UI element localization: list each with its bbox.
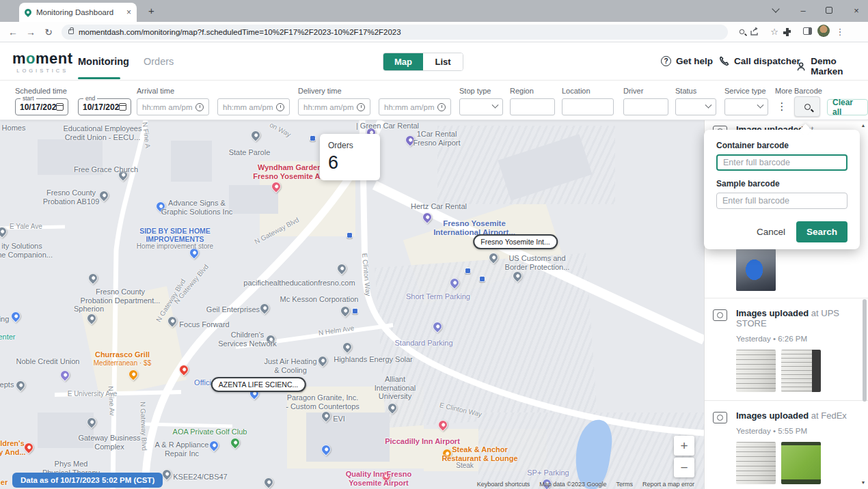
map-canvas[interactable]: HomesEducational Employees Credit Union … bbox=[0, 120, 704, 489]
calendar-icon[interactable] bbox=[56, 103, 64, 111]
tab-search-chevron-icon[interactable] bbox=[765, 1, 786, 19]
tab-close-icon[interactable]: × bbox=[126, 8, 131, 17]
forward-button[interactable]: → bbox=[22, 27, 40, 38]
address-bar[interactable]: momentdash.com/monitoring/map?f.schedule… bbox=[62, 25, 728, 40]
calendar-icon[interactable] bbox=[119, 103, 126, 111]
bus-stop-icon bbox=[352, 308, 358, 314]
container-barcode-input[interactable] bbox=[716, 154, 847, 171]
attribution-link[interactable]: Report a map error bbox=[642, 481, 694, 488]
order-location-tag[interactable]: AZENTA LIFE SCIENC... bbox=[211, 377, 306, 392]
feed-item[interactable]: Images uploaded at FedExYesterday • 5:55… bbox=[705, 400, 868, 489]
get-help-button[interactable]: ? Get help bbox=[661, 56, 713, 66]
driver-input[interactable] bbox=[629, 103, 663, 111]
phone-icon bbox=[719, 56, 729, 66]
arrival-from-field[interactable] bbox=[137, 98, 209, 115]
feed-item[interactable]: Images uploaded at UPS STOREYesterday • … bbox=[705, 298, 868, 400]
uploaded-image-thumbnail-blue-container[interactable] bbox=[736, 249, 776, 291]
clock-icon[interactable] bbox=[195, 103, 204, 111]
location-input[interactable] bbox=[567, 103, 608, 111]
uploaded-image-thumbnail-shipping-label[interactable] bbox=[736, 350, 776, 392]
brand-logo[interactable]: moment LOGISTICS bbox=[12, 50, 73, 74]
close-window-button[interactable]: × bbox=[846, 1, 867, 19]
reload-button[interactable]: ↻ bbox=[40, 27, 57, 38]
uploaded-image-thumbnail-green-box[interactable] bbox=[781, 442, 821, 484]
map-label: Just Air Heating & Cooling bbox=[264, 357, 316, 374]
back-button[interactable]: ← bbox=[4, 27, 22, 38]
call-dispatcher-button[interactable]: Call dispatcher bbox=[719, 56, 800, 66]
delivery-to-input[interactable] bbox=[384, 103, 435, 111]
pin-dot bbox=[233, 441, 237, 445]
map-label: E Yale Ave bbox=[10, 223, 42, 231]
filter-label-delivery-time: Delivery time bbox=[298, 87, 342, 95]
delivery-from-field[interactable] bbox=[298, 98, 370, 115]
search-button[interactable]: Search bbox=[796, 221, 847, 242]
clock-icon[interactable] bbox=[437, 103, 446, 111]
filter-label-arrival-time: Arrival time bbox=[137, 87, 174, 95]
toggle-map-button[interactable]: Map bbox=[383, 53, 423, 70]
barcode-search-button[interactable] bbox=[794, 96, 820, 117]
uploaded-image-thumbnail-shipping-label[interactable] bbox=[736, 442, 776, 484]
side-panel-icon[interactable] bbox=[799, 27, 815, 37]
scrollbar-up-arrow[interactable]: ▲ bbox=[860, 123, 867, 128]
clock-icon[interactable] bbox=[357, 103, 365, 111]
attribution-link[interactable]: Map data ©2023 Google bbox=[539, 481, 606, 488]
maximize-button[interactable] bbox=[819, 1, 839, 19]
status-select[interactable] bbox=[675, 98, 716, 115]
brand-pin-o: o bbox=[26, 50, 36, 67]
scheduled-start-date-field[interactable]: start bbox=[15, 98, 68, 115]
new-tab-button[interactable]: + bbox=[146, 5, 157, 17]
pin-dot bbox=[491, 255, 496, 260]
barcode-search-popup: Container barcode Sample barcode Cancel … bbox=[704, 130, 860, 249]
service-type-select[interactable] bbox=[724, 98, 768, 115]
attribution-link[interactable]: Terms bbox=[616, 481, 633, 488]
region-input[interactable] bbox=[515, 103, 550, 111]
pin-dot bbox=[182, 367, 186, 372]
chevron-down-icon bbox=[705, 102, 712, 109]
arrival-to-input[interactable] bbox=[223, 103, 273, 111]
delivery-from-input[interactable] bbox=[303, 103, 354, 111]
nav-monitoring[interactable]: Monitoring bbox=[78, 56, 129, 67]
browser-tab[interactable]: Monitoring Dashboard × bbox=[19, 3, 137, 22]
feed-action-text: Images uploaded bbox=[736, 410, 809, 421]
orders-count-popup[interactable]: Orders 6 bbox=[320, 134, 380, 180]
map-label: Alliant International University bbox=[375, 375, 416, 401]
stop-type-select[interactable] bbox=[459, 98, 503, 115]
minimize-button[interactable]: – bbox=[793, 1, 813, 19]
feed-item-thumbnails bbox=[736, 249, 857, 291]
zoom-out-icon[interactable] bbox=[733, 27, 750, 37]
pin-dot bbox=[102, 193, 106, 197]
location-input-field[interactable] bbox=[562, 98, 614, 115]
driver-input-field[interactable] bbox=[623, 98, 668, 115]
brand-rest: ment bbox=[36, 50, 73, 67]
arrival-from-input[interactable] bbox=[142, 103, 193, 111]
scrollbar-thumb[interactable] bbox=[863, 299, 867, 402]
feed-item-title: Images uploaded at FedEx bbox=[736, 410, 847, 421]
user-menu[interactable]: Demo Marken bbox=[796, 56, 868, 76]
extensions-puzzle-icon[interactable] bbox=[783, 27, 799, 37]
order-location-tag[interactable]: Fresno Yosemite Int... bbox=[473, 234, 558, 249]
cancel-button[interactable]: Cancel bbox=[757, 227, 785, 237]
clear-all-button[interactable]: Clear all bbox=[827, 99, 868, 115]
more-filters-button[interactable]: ⋮ bbox=[775, 98, 789, 115]
scrollbar-down-arrow[interactable]: ▼ bbox=[860, 480, 867, 485]
toggle-list-button[interactable]: List bbox=[423, 53, 463, 70]
scheduled-start-input[interactable] bbox=[20, 102, 56, 112]
clock-icon[interactable] bbox=[276, 103, 284, 111]
filter-label-location: Location bbox=[562, 87, 591, 95]
arrival-to-field[interactable] bbox=[217, 98, 290, 115]
bookmark-star-icon[interactable]: ☆ bbox=[766, 27, 783, 37]
map-zoom-out-button[interactable]: − bbox=[674, 458, 694, 477]
map-label: Spherion bbox=[74, 305, 104, 313]
view-toggle: Map List bbox=[383, 53, 463, 71]
profile-avatar[interactable] bbox=[815, 25, 832, 39]
region-input-field[interactable] bbox=[510, 98, 555, 115]
share-icon[interactable] bbox=[750, 27, 766, 36]
scheduled-end-date-field[interactable]: end bbox=[78, 98, 131, 115]
nav-orders[interactable]: Orders bbox=[144, 56, 174, 67]
map-zoom-in-button[interactable]: + bbox=[674, 436, 694, 456]
uploaded-image-thumbnail-shipping-label-dark[interactable] bbox=[781, 350, 821, 392]
browser-menu-icon[interactable]: ⋮ bbox=[832, 27, 848, 37]
scheduled-end-input[interactable] bbox=[83, 102, 119, 112]
delivery-to-field[interactable] bbox=[379, 98, 451, 115]
sample-barcode-input[interactable] bbox=[716, 193, 847, 209]
